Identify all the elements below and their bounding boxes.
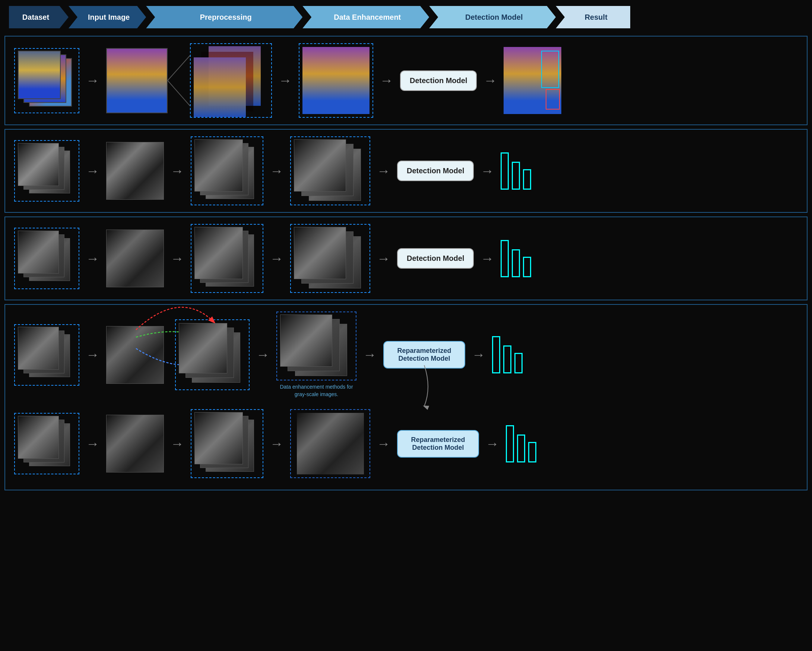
bar-4a-1 (492, 336, 500, 373)
arrow-4b-e: → (486, 437, 499, 451)
arrow-3c: → (270, 252, 284, 265)
row4a-reparam-area: ReparameterizedDetection Model (383, 341, 465, 368)
row3-input-img (106, 229, 164, 287)
row2-result-bars (501, 153, 531, 189)
step-detection-label: Detection Model (429, 6, 556, 28)
row4a-input-area (106, 326, 164, 384)
row1-result-img (504, 47, 561, 114)
row4b-enhance-img (297, 413, 364, 474)
pipeline-header: Dataset Input Image Preprocessing Data E… (0, 0, 812, 31)
arrow-3a: → (86, 252, 99, 265)
bar-r3-1 (501, 240, 509, 277)
row2-enhance-box (290, 136, 370, 205)
arrow-1d: → (484, 74, 497, 87)
arrow-4a-b: → (256, 348, 270, 361)
arrow-4a-d: → (472, 348, 485, 361)
step-enhance-label: Data Enhancement (302, 6, 429, 28)
step-result: Result (556, 6, 630, 28)
row1-enhance-box (299, 43, 373, 118)
arrow-4b-d: → (377, 437, 390, 451)
arrow-2c: → (270, 164, 284, 178)
row4b-input-img (106, 415, 164, 472)
bar-4b-2 (517, 434, 525, 463)
row1-detection-model: Detection Model (400, 70, 477, 91)
row3-flow: → → → → Detection Model → (14, 224, 798, 293)
arrow-1b: → (279, 74, 292, 87)
row3-result-bars (501, 240, 531, 277)
arrow-2b: → (171, 164, 184, 178)
step-dataset: Dataset (9, 6, 69, 28)
bar-3 (523, 169, 531, 189)
arrow-3d: → (377, 252, 390, 265)
row4b-result-bars (506, 425, 536, 463)
row3-enhance-box (290, 224, 370, 293)
step-enhance: Data Enhancement (302, 6, 429, 28)
result-bbox-red (546, 89, 560, 110)
arrow-3e: → (481, 252, 494, 265)
result-bbox-cyan (541, 51, 559, 88)
row2-preproc-box (191, 136, 263, 205)
row4b-preproc-box (191, 409, 263, 478)
row1-input-img (106, 48, 168, 113)
row4a-reparam-model: ReparameterizedDetection Model (383, 341, 465, 368)
arrow-4b-c: → (270, 437, 284, 451)
svg-line-1 (168, 81, 190, 106)
row4a-flow: → (14, 312, 798, 398)
bar-4a-2 (503, 345, 511, 373)
arrow-1a: → (86, 74, 99, 87)
row3-detection-model: Detection Model (397, 248, 474, 269)
row4a-input-img (106, 326, 164, 384)
step-dataset-label: Dataset (9, 6, 69, 28)
arrow-2a: → (86, 164, 99, 178)
row3-preproc-box (191, 224, 263, 293)
row4a-dataset-box (14, 324, 79, 386)
row2-dataset-box (14, 140, 79, 202)
row2-gray-pipeline: → → → → Detection Model → (5, 129, 807, 213)
bar-r3-3 (523, 257, 531, 277)
row1-preproc-box (190, 43, 272, 118)
row2-detection-model: Detection Model (397, 160, 474, 181)
row4-reparam-pipeline: → (5, 304, 807, 491)
step-input-label: Input Image (69, 6, 146, 28)
bar-2 (512, 162, 520, 189)
arrow-4a-c: → (363, 348, 377, 361)
svg-line-0 (168, 55, 190, 81)
arrow-2d: → (377, 164, 390, 178)
arrow-3b: → (171, 252, 184, 265)
row4b-enhance-box (290, 409, 370, 478)
row4b-reparam-model: ReparameterizedDetection Model (397, 430, 479, 458)
row4b-dataset-box (14, 413, 79, 474)
bar-4b-1 (506, 425, 514, 463)
step-preproc-label: Preprocessing (146, 6, 302, 28)
arrow-4b-b: → (171, 437, 184, 451)
step-detection: Detection Model (429, 6, 556, 28)
bar-1 (501, 153, 509, 189)
row2-input-img (106, 142, 164, 200)
curved-down-arrow (413, 365, 435, 410)
row1-enhance-img (302, 47, 369, 114)
row3-dataset-box (14, 228, 79, 289)
bar-r3-2 (512, 249, 520, 277)
row4a-preproc-box (175, 319, 250, 390)
arrow-1c: → (380, 74, 393, 87)
row1-color-pipeline: → → → Detection Model → (5, 36, 807, 125)
row1-dataset-box (14, 48, 79, 113)
arrow-4b-a: → (86, 437, 99, 451)
row4b-flow: → → → → ReparameterizedDetection Model → (14, 409, 798, 478)
row4a-result-bars (492, 336, 523, 373)
row4a-enhance-area: Data enhancement methods for gray-scale … (276, 312, 356, 398)
row4a-enhance-box (276, 312, 356, 381)
arrow-2e: → (481, 164, 494, 178)
enhance-note: Data enhancement methods for gray-scale … (279, 384, 354, 398)
row3-gray-pipeline: → → → → Detection Model → (5, 217, 807, 300)
arrow-4a-a: → (86, 348, 99, 361)
step-result-label: Result (556, 6, 630, 28)
row1-flow: → → → Detection Model → (14, 43, 798, 118)
step-input: Input Image (69, 6, 146, 28)
step-preproc: Preprocessing (146, 6, 302, 28)
row2-flow: → → → → Detection Model → (14, 136, 798, 205)
bar-4a-3 (514, 353, 523, 373)
expand-lines (168, 48, 190, 113)
bar-4b-3 (528, 442, 536, 463)
